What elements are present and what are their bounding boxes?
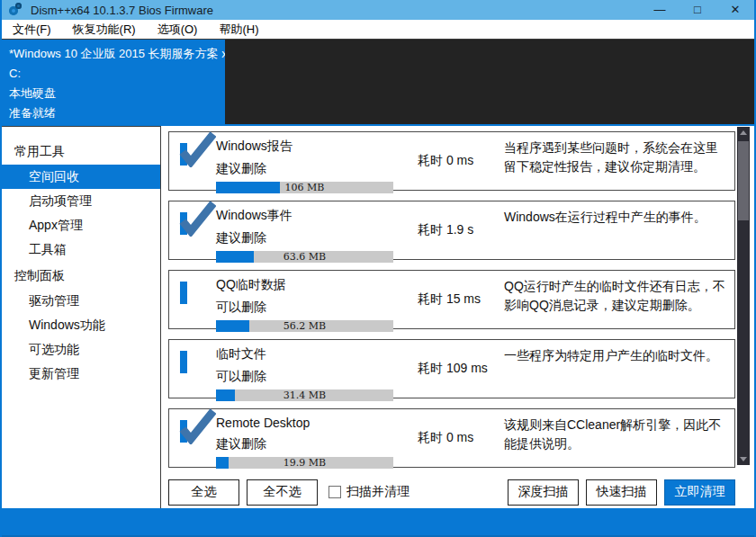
item-description: Windows在运行过程中产生的事件。 <box>504 201 725 259</box>
item-description: QQ运行时产生的临时文件还有日志，不影响QQ消息记录，建议定期删除。 <box>504 271 725 328</box>
sidebar-item[interactable]: Appx管理 <box>2 213 160 237</box>
cleanup-item-row: Windows事件 建议删除 63.6 MB 耗时 1.9 s Windows在… <box>168 201 735 260</box>
size-progress-bar: 63.6 MB <box>216 251 393 263</box>
app-gears-icon <box>7 3 25 17</box>
title-bar: Dism++x64 10.1.3.7 Bios Firmware — □ ✕ <box>2 0 754 20</box>
item-checkbox[interactable] <box>180 143 187 166</box>
item-title: QQ临时数据 <box>216 277 394 293</box>
scrollbar-thumb[interactable] <box>738 141 749 220</box>
menu-bar: 文件(F)恢复功能(R)选项(O)帮助(H) <box>2 20 754 40</box>
session-tab-line: 准备就绪 <box>9 103 225 123</box>
scan-and-clean-checkbox[interactable] <box>328 486 341 498</box>
item-scan-time: 耗时 109 ms <box>418 361 504 377</box>
session-tab-line: C: <box>9 64 225 84</box>
sidebar: 常用工具空间回收启动项管理Appx管理工具箱控制面板驱动管理Windows功能可… <box>2 126 161 508</box>
scroll-up-icon[interactable] <box>737 127 750 139</box>
checkbox-cell <box>180 271 216 328</box>
item-checkbox[interactable] <box>180 351 187 373</box>
sidebar-section-header: 常用工具 <box>2 138 160 165</box>
item-advice: 可以删除 <box>216 369 394 385</box>
size-progress-bar: 31.4 MB <box>216 389 393 401</box>
item-checkbox[interactable] <box>180 212 187 235</box>
item-title: Windows报告 <box>216 139 394 155</box>
session-tab-line: *Windows 10 企业版 2015 长期服务方案 x6 <box>9 44 225 64</box>
size-progress-bar: 56.2 MB <box>216 320 393 332</box>
menu-item[interactable]: 文件(F) <box>2 20 62 39</box>
item-size: 63.6 MB <box>216 251 393 263</box>
checkbox-cell <box>180 132 216 190</box>
item-main-column: Windows报告 建议删除 106 MB <box>216 132 394 190</box>
cleanup-item-row: Remote Desktop 建议删除 19.9 MB 耗时 0 ms 该规则来… <box>168 408 735 468</box>
item-main-column: Remote Desktop 建议删除 19.9 MB <box>216 409 394 467</box>
item-checkbox[interactable] <box>180 282 187 304</box>
cleanup-item-row: QQ临时数据 可以删除 56.2 MB 耗时 15 ms QQ运行时产生的临时文… <box>168 270 735 329</box>
menu-item[interactable]: 恢复功能(R) <box>62 20 147 39</box>
item-title: 临时文件 <box>216 346 394 362</box>
checkbox-cell <box>180 340 216 398</box>
client-area: 常用工具空间回收启动项管理Appx管理工具箱控制面板驱动管理Windows功能可… <box>2 126 754 508</box>
session-tab-line: 本地硬盘 <box>9 84 225 103</box>
action-bar: 全选 全不选 扫描并清理 深度扫描 快速扫描 立即清理 <box>161 478 754 512</box>
item-title: Remote Desktop <box>216 416 394 430</box>
maximize-button[interactable]: □ <box>679 0 716 20</box>
size-progress-bar: 19.9 MB <box>216 457 393 469</box>
window-title: Dism++x64 10.1.3.7 Bios Firmware <box>31 4 213 17</box>
size-progress-bar: 106 MB <box>216 182 393 193</box>
item-size: 56.2 MB <box>216 320 393 332</box>
sidebar-section-header: 控制面板 <box>2 262 160 289</box>
sidebar-item[interactable]: 启动项管理 <box>2 189 160 213</box>
item-description: 该规则来自CCleaner解析引擎，因此不能提供说明。 <box>504 409 725 467</box>
select-none-button[interactable]: 全不选 <box>247 479 318 506</box>
item-scan-time: 耗时 15 ms <box>418 291 504 308</box>
item-size: 19.9 MB <box>216 457 393 469</box>
clean-now-button[interactable]: 立即清理 <box>664 479 735 506</box>
sidebar-item[interactable]: 可选功能 <box>2 337 160 362</box>
item-main-column: 临时文件 可以删除 31.4 MB <box>216 340 394 398</box>
status-bar <box>2 508 754 537</box>
item-advice: 可以删除 <box>216 300 394 316</box>
quick-scan-button[interactable]: 快速扫描 <box>586 479 657 506</box>
cleanup-list: Windows报告 建议删除 106 MB 耗时 0 ms 当程序遇到某些问题时… <box>161 126 754 478</box>
sidebar-item[interactable]: 空间回收 <box>2 165 160 189</box>
scan-and-clean-label: 扫描并清理 <box>346 484 410 500</box>
select-all-button[interactable]: 全选 <box>168 479 239 506</box>
item-advice: 建议删除 <box>216 436 394 452</box>
item-title: Windows事件 <box>216 208 394 224</box>
item-size: 106 MB <box>216 182 393 193</box>
minimize-button[interactable]: — <box>641 0 679 20</box>
gear-small-icon <box>15 3 22 9</box>
item-main-column: Windows事件 建议删除 63.6 MB <box>216 201 394 259</box>
checkbox-cell <box>180 409 216 467</box>
item-main-column: QQ临时数据 可以删除 56.2 MB <box>216 271 394 328</box>
menu-item[interactable]: 帮助(H) <box>208 20 269 39</box>
deep-scan-button[interactable]: 深度扫描 <box>508 479 579 506</box>
item-advice: 建议删除 <box>216 230 394 246</box>
item-size: 31.4 MB <box>216 389 393 401</box>
image-tab-strip: *Windows 10 企业版 2015 长期服务方案 x6C:本地硬盘准备就绪 <box>2 40 754 126</box>
menu-item[interactable]: 选项(O) <box>147 20 209 39</box>
scrollbar[interactable] <box>737 127 750 465</box>
sidebar-item[interactable]: 更新管理 <box>2 362 160 386</box>
item-scan-time: 耗时 0 ms <box>418 153 504 169</box>
window-controls: — □ ✕ <box>641 0 754 20</box>
item-scan-time: 耗时 0 ms <box>418 430 504 446</box>
sidebar-item[interactable]: 驱动管理 <box>2 289 160 313</box>
scan-and-clean-option: 扫描并清理 <box>328 484 410 500</box>
close-button[interactable]: ✕ <box>716 0 754 20</box>
cleanup-item-row: 临时文件 可以删除 31.4 MB 耗时 109 ms 一些程序为特定用户产生的… <box>168 339 735 398</box>
item-description: 一些程序为特定用户产生的临时文件。 <box>504 340 725 398</box>
session-tab[interactable]: *Windows 10 企业版 2015 长期服务方案 x6C:本地硬盘准备就绪 <box>2 40 225 124</box>
cleanup-item-row: Windows报告 建议删除 106 MB 耗时 0 ms 当程序遇到某些问题时… <box>168 131 735 191</box>
sidebar-item[interactable]: 工具箱 <box>2 237 160 262</box>
checkbox-cell <box>180 201 216 259</box>
item-advice: 建议删除 <box>216 161 394 177</box>
sidebar-item[interactable]: Windows功能 <box>2 313 160 337</box>
scroll-down-icon[interactable] <box>737 452 750 465</box>
dism-window: Dism++x64 10.1.3.7 Bios Firmware — □ ✕ 文… <box>0 0 756 537</box>
main-panel: Windows报告 建议删除 106 MB 耗时 0 ms 当程序遇到某些问题时… <box>161 126 754 508</box>
item-description: 当程序遇到某些问题时，系统会在这里留下稳定性报告，建议你定期清理。 <box>504 132 725 190</box>
item-scan-time: 耗时 1.9 s <box>418 222 504 238</box>
item-checkbox[interactable] <box>180 420 187 443</box>
